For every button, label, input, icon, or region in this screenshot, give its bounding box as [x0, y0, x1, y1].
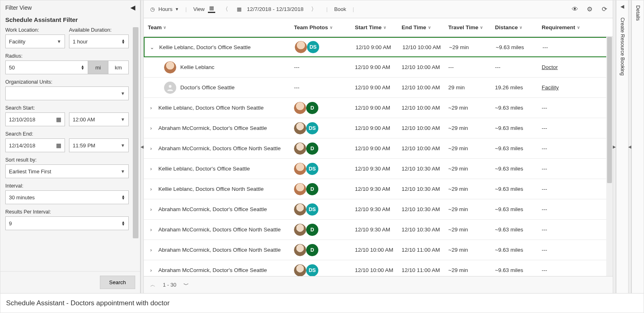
col-requirement[interactable]: Requirement∨	[542, 24, 599, 30]
chevron-right-icon[interactable]: ›	[148, 247, 154, 253]
unit-mi-button[interactable]: mi	[88, 60, 108, 74]
chevron-right-icon[interactable]: ›	[148, 105, 154, 111]
table-row[interactable]: ›Abraham McCormick, Doctor's Office Seat…	[144, 118, 613, 138]
table-row[interactable]: ›Abraham McCormick, Doctors Office North…	[144, 220, 613, 240]
office-badge: D	[306, 142, 318, 155]
chevron-down-icon[interactable]: ⌄	[149, 44, 155, 50]
search-button[interactable]: Search	[100, 276, 135, 289]
tab-create-resource-booking[interactable]: Create Resource Booking	[620, 16, 625, 77]
col-team[interactable]: Team∨	[148, 24, 294, 30]
grid-scrollbar[interactable]	[606, 37, 613, 276]
cell-end: 12/10 10:30 AM	[402, 206, 448, 212]
work-location-select[interactable]: Facility ▼	[5, 35, 65, 48]
splitter-left[interactable]: ◀	[140, 0, 144, 293]
search-end-date-input[interactable]: 12/14/2018 ▦	[5, 138, 65, 152]
unit-km-button[interactable]: km	[108, 60, 129, 74]
col-start[interactable]: Start Time∨	[355, 24, 402, 30]
prev-range-button[interactable]: 〈	[219, 6, 231, 13]
collapse-all-icon[interactable]: ︿	[150, 281, 156, 289]
avatar	[295, 41, 307, 53]
cell-start: 12/10 9:00 AM	[356, 44, 402, 50]
table-row[interactable]: ›Kellie Leblanc, Doctors Office North Se…	[144, 179, 613, 199]
table-row[interactable]: ›Kellie Leblanc, Doctors Office North Se…	[144, 98, 613, 118]
chevron-right-icon[interactable]: ›	[148, 166, 154, 172]
book-button[interactable]: Book	[334, 6, 346, 12]
filter-scrollbar[interactable]	[133, 27, 138, 255]
chevron-right-icon[interactable]: ›	[148, 227, 154, 233]
office-badge: D	[306, 102, 318, 114]
hours-dropdown[interactable]: ◷ Hours ▼	[149, 6, 179, 13]
table-row[interactable]: ›Kellie Leblanc, Doctor's Office Seattle…	[144, 159, 613, 179]
clock-icon: ◷	[149, 6, 156, 13]
table-row[interactable]: ›Abraham McCormick, Doctor's Office Seat…	[144, 260, 613, 276]
search-end-time-select[interactable]: 11:59 PM ▼	[69, 138, 129, 152]
cell-distance: ~9.63 miles	[495, 227, 542, 233]
filter-subtitle: Schedule Assistant Filter	[0, 13, 140, 27]
col-end[interactable]: End Time∨	[402, 24, 448, 30]
eye-icon[interactable]: 👁	[571, 6, 579, 13]
avatar	[294, 163, 306, 175]
cell-distance: ~9.63 miles	[495, 105, 542, 111]
cell-travel: ~29 min	[448, 145, 495, 151]
collapse-filter-icon[interactable]: ◀	[130, 4, 135, 11]
cell-distance: ~9.63 miles	[495, 125, 542, 131]
spinner-icon: ▲▼	[121, 195, 125, 200]
expand-all-icon[interactable]: ﹀	[184, 281, 189, 289]
cell-requirement[interactable]: Facility	[542, 84, 599, 91]
next-range-button[interactable]: 〉	[308, 6, 320, 13]
chevron-right-icon[interactable]: ›	[148, 145, 154, 151]
splitter-right[interactable]: ▶	[613, 0, 616, 293]
expand-create-panel-icon[interactable]: ◀	[620, 4, 624, 9]
available-duration-input[interactable]: 1 hour ▲▼	[69, 35, 129, 48]
org-units-select[interactable]: ▼	[5, 86, 129, 100]
cell-distance: ~9.63 miles	[495, 145, 542, 151]
team-name: Kellie Leblanc, Doctors Office North Sea…	[158, 186, 264, 192]
team-name: Abraham McCormick, Doctors Office North …	[158, 227, 281, 233]
chevron-right-icon[interactable]: ›	[148, 267, 154, 273]
table-row[interactable]: Kellie Leblanc---12/10 9:00 AM12/10 10:0…	[144, 57, 613, 78]
col-distance[interactable]: Distance∨	[495, 24, 542, 30]
col-travel[interactable]: Travel Time∨	[448, 24, 495, 30]
avatar	[294, 224, 306, 236]
team-name: Kellie Leblanc, Doctor's Office Seattle	[158, 166, 250, 172]
splitter-right-2[interactable]: ◀	[628, 0, 631, 293]
refresh-icon[interactable]: ⟳	[601, 6, 608, 13]
rpi-input[interactable]: 9 ▲▼	[5, 216, 129, 230]
search-start-date-input[interactable]: 12/10/2018 ▦	[5, 112, 65, 126]
cell-travel: ~29 min	[448, 227, 495, 233]
col-photos[interactable]: Team Photos∨	[294, 24, 355, 30]
grid-view-icon[interactable]: ▦	[208, 6, 215, 13]
radius-label: Radius:	[5, 53, 129, 59]
table-row[interactable]: ›Abraham McCormick, Doctor's Office Seat…	[144, 199, 613, 220]
cell-requirement: ---	[542, 105, 599, 111]
calendar-icon[interactable]: ▦	[236, 6, 243, 13]
search-start-time-select[interactable]: 12:00 AM ▼	[69, 112, 129, 126]
svg-point-0	[169, 85, 172, 88]
chevron-right-icon[interactable]: ›	[148, 206, 154, 212]
chevron-right-icon[interactable]: ›	[148, 186, 154, 192]
table-row[interactable]: ⌄Kellie Leblanc, Doctor's Office Seattle…	[144, 37, 613, 57]
cell-distance: ~9.63 miles	[495, 166, 542, 172]
avatar	[294, 102, 306, 114]
cell-requirement: ---	[542, 227, 599, 233]
interval-input[interactable]: 30 minutes ▲▼	[5, 190, 129, 204]
gear-icon[interactable]: ⚙	[586, 6, 593, 13]
team-name: Abraham McCormick, Doctor's Office Seatt…	[158, 267, 267, 273]
office-badge: DS	[306, 203, 318, 216]
calendar-icon: ▦	[56, 142, 61, 149]
team-photos: DS	[294, 203, 355, 216]
cell-requirement[interactable]: Doctor	[542, 64, 599, 70]
cell-distance: ~9.63 miles	[496, 44, 542, 50]
cell-distance: ~9.63 miles	[495, 267, 542, 273]
team-photos: D	[294, 142, 355, 155]
cell-end: 12/10 10:00 AM	[402, 125, 448, 131]
tab-details[interactable]: Details	[635, 4, 641, 22]
chevron-down-icon: ▼	[121, 91, 125, 96]
radius-input[interactable]: 50 ▲▼	[5, 60, 88, 74]
table-row[interactable]: ›Abraham McCormick, Doctors Office North…	[144, 138, 613, 159]
table-row[interactable]: Doctor's Office Seattle---12/10 9:00 AM1…	[144, 78, 613, 98]
sort-label: Sort result by:	[5, 157, 129, 163]
chevron-right-icon[interactable]: ›	[148, 125, 154, 131]
table-row[interactable]: ›Abraham McCormick, Doctors Office North…	[144, 240, 613, 260]
sort-select[interactable]: Earliest Time First ▼	[5, 164, 129, 178]
